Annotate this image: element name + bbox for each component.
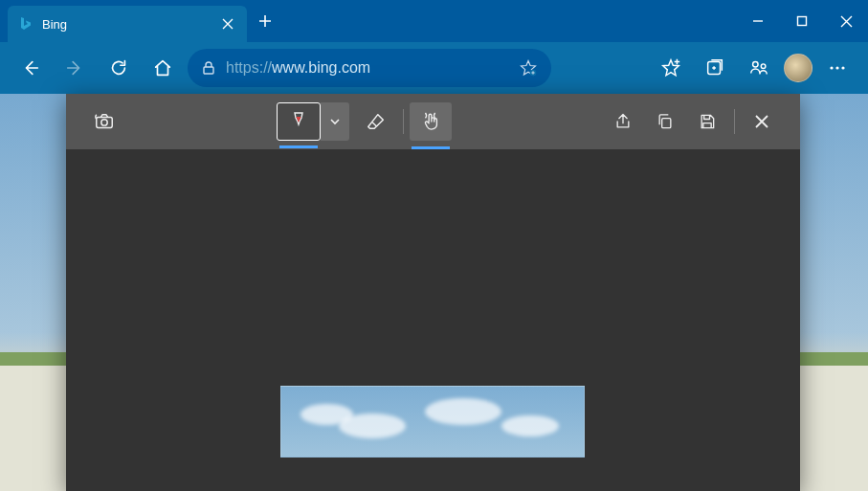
svg-point-10 — [101, 120, 107, 125]
close-capture-button[interactable] — [741, 102, 783, 141]
svg-rect-11 — [662, 119, 671, 128]
svg-rect-0 — [798, 17, 807, 26]
pen-options-dropdown[interactable] — [321, 102, 349, 141]
capture-toolbar — [66, 94, 800, 149]
new-tab-button[interactable] — [247, 3, 283, 39]
capture-canvas[interactable] — [66, 149, 800, 491]
favorites-button[interactable] — [652, 49, 690, 87]
url-text: https://www.bing.com — [226, 59, 370, 77]
address-bar[interactable]: https://www.bing.com — [188, 49, 551, 87]
svg-point-7 — [835, 66, 838, 69]
eraser-tool-button[interactable] — [355, 102, 397, 141]
captured-region — [280, 386, 585, 458]
svg-point-4 — [753, 62, 759, 68]
pen-tool-button[interactable] — [277, 102, 321, 141]
web-capture-panel — [66, 94, 800, 491]
profile-switcher-icon[interactable] — [740, 49, 778, 87]
tab-title: Bing — [42, 17, 222, 32]
lock-icon — [201, 60, 216, 76]
collections-button[interactable] — [696, 49, 734, 87]
profile-avatar[interactable] — [784, 54, 812, 82]
capture-screenshot-icon[interactable] — [83, 102, 125, 141]
svg-rect-1 — [204, 67, 213, 74]
minimize-button[interactable] — [736, 6, 780, 36]
close-tab-button[interactable] — [222, 18, 237, 30]
touch-writing-button[interactable] — [410, 102, 452, 141]
back-button[interactable] — [11, 49, 50, 87]
share-button[interactable] — [602, 102, 644, 141]
svg-point-8 — [841, 66, 844, 69]
forward-button[interactable] — [56, 49, 94, 87]
close-window-button[interactable] — [824, 6, 868, 36]
refresh-button[interactable] — [100, 49, 138, 87]
svg-point-5 — [761, 64, 766, 69]
menu-button[interactable] — [818, 49, 857, 87]
bing-favicon-icon — [17, 16, 33, 32]
svg-point-6 — [830, 66, 833, 69]
navigation-bar: https://www.bing.com — [0, 42, 868, 94]
save-button[interactable] — [686, 102, 728, 141]
browser-tab[interactable]: Bing — [8, 6, 247, 42]
home-button[interactable] — [144, 49, 182, 87]
maximize-button[interactable] — [780, 6, 824, 36]
add-favorite-icon[interactable] — [519, 58, 538, 78]
copy-button[interactable] — [644, 102, 686, 141]
